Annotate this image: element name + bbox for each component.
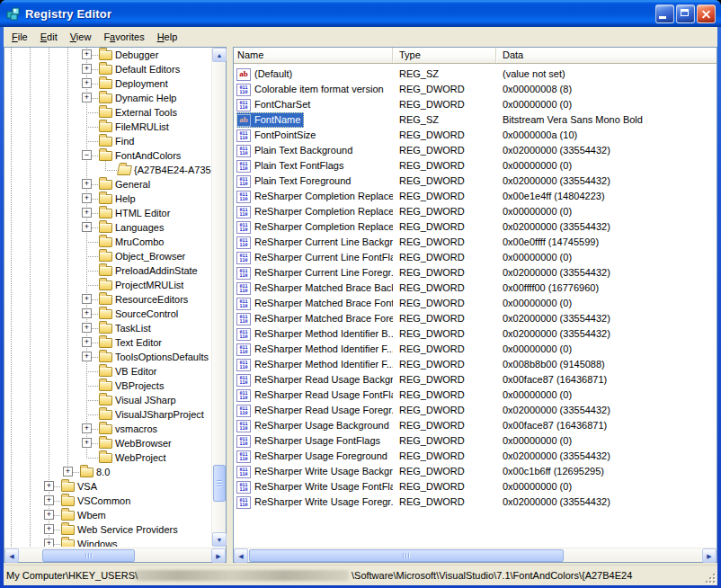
- tree-item-vsa[interactable]: +VSA: [4, 479, 211, 494]
- value-row-plain-text-background[interactable]: Plain Text BackgroundREG_DWORD0x02000000…: [234, 143, 717, 158]
- tree-item-text-editor[interactable]: +Text Editor: [4, 335, 211, 350]
- value-row-colorable-item-format-version[interactable]: Colorable item format versionREG_DWORD0x…: [234, 82, 717, 97]
- tree-item-help[interactable]: +Help: [4, 192, 211, 206]
- value-row-fontname[interactable]: abFontNameREG_SZBitstream Vera Sans Mono…: [234, 112, 717, 128]
- tree-item-preloadaddinstate[interactable]: PreloadAddinState: [4, 263, 211, 278]
- tree-item-tasklist[interactable]: +TaskList: [4, 321, 211, 335]
- value-row-resharper-usage-fontflags[interactable]: ReSharper Usage FontFlagsREG_DWORD0x0000…: [234, 433, 717, 449]
- value-row-resharper-method-identifier-f[interactable]: ReSharper Method Identifier F...REG_DWOR…: [234, 342, 717, 357]
- value-row-resharper-current-line-backgr[interactable]: ReSharper Current Line Backgr...REG_DWOR…: [234, 235, 717, 250]
- expand-toggle-icon[interactable]: +: [44, 481, 54, 491]
- tree-horizontal-scrollbar[interactable]: ◀ ▶: [4, 548, 226, 562]
- value-row-resharper-usage-foreground[interactable]: ReSharper Usage ForegroundREG_DWORD0x020…: [234, 449, 717, 464]
- resize-grip[interactable]: [704, 572, 716, 584]
- expand-toggle-icon[interactable]: +: [82, 352, 92, 361]
- value-row-fontcharset[interactable]: FontCharSetREG_DWORD0x00000000 (0): [234, 97, 717, 112]
- expand-toggle-icon[interactable]: +: [82, 294, 92, 304]
- scroll-left-button[interactable]: ◀: [234, 548, 248, 563]
- value-row-fontpointsize[interactable]: FontPointSizeREG_DWORD0x0000000a (10): [234, 128, 717, 143]
- value-row-resharper-write-usage-backgr[interactable]: ReSharper Write Usage Backgr...REG_DWORD…: [234, 464, 717, 479]
- value-row-resharper-write-usage-foregr[interactable]: ReSharper Write Usage Foregr...REG_DWORD…: [234, 494, 717, 510]
- tree-item-visualjsharpproject[interactable]: VisualJSharpProject: [4, 407, 211, 422]
- tree-item-toolsoptionsdefaults[interactable]: +ToolsOptionsDefaults: [4, 350, 211, 364]
- value-row-resharper-completion-replace[interactable]: ReSharper Completion Replace...REG_DWORD…: [234, 189, 717, 204]
- tree-item-resourceeditors[interactable]: +ResourceEditors: [4, 292, 211, 307]
- expand-toggle-icon[interactable]: +: [82, 323, 92, 333]
- column-header-name[interactable]: Name: [234, 48, 393, 63]
- expand-toggle-icon[interactable]: +: [82, 308, 92, 318]
- tree-item-vscommon[interactable]: +VSCommon: [4, 494, 211, 508]
- tree-item-webproject[interactable]: WebProject: [4, 450, 211, 465]
- value-row-resharper-completion-replace[interactable]: ReSharper Completion Replace...REG_DWORD…: [234, 204, 717, 219]
- scroll-right-button[interactable]: ▶: [702, 548, 717, 563]
- tree-vscroll-thumb[interactable]: [213, 465, 226, 502]
- tree-item-debugger[interactable]: +Debugger: [4, 48, 211, 62]
- value-row-resharper-method-identifier-f[interactable]: ReSharper Method Identifier F...REG_DWOR…: [234, 357, 717, 372]
- value-row-default[interactable]: ab(Default)REG_SZ(value not set): [234, 67, 717, 82]
- scroll-down-button[interactable]: ▼: [212, 532, 227, 547]
- expand-toggle-icon[interactable]: +: [82, 222, 92, 232]
- list-horizontal-scrollbar[interactable]: ◀ ▶: [234, 548, 717, 562]
- tree-item-deployment[interactable]: +Deployment: [4, 76, 211, 91]
- list-hscroll-thumb[interactable]: [249, 549, 564, 562]
- column-header-type[interactable]: Type: [393, 48, 496, 63]
- tree-item-dynamic-help[interactable]: +Dynamic Help: [4, 91, 211, 105]
- tree-vertical-scrollbar[interactable]: ▲ ▼: [211, 48, 226, 547]
- value-row-resharper-completion-replace[interactable]: ReSharper Completion Replace...REG_DWORD…: [234, 219, 717, 235]
- tree-item-windows[interactable]: +Windows: [4, 537, 211, 547]
- titlebar[interactable]: Registry Editor: [0, 0, 721, 27]
- menu-item-edit[interactable]: Edit: [34, 29, 64, 46]
- menu-item-view[interactable]: View: [64, 29, 98, 46]
- column-header-data[interactable]: Data: [496, 48, 717, 63]
- tree-item-html-editor[interactable]: +HTML Editor: [4, 206, 211, 220]
- tree-item-sourcecontrol[interactable]: +SourceControl: [4, 307, 211, 321]
- value-row-resharper-read-usage-fontflags[interactable]: ReSharper Read Usage FontFlagsREG_DWORD0…: [234, 388, 717, 403]
- expand-toggle-icon[interactable]: +: [82, 49, 92, 59]
- tree-item-a27b4e24-a735[interactable]: {A27B4E24-A735-: [4, 163, 211, 177]
- menu-item-favorites[interactable]: Favorites: [97, 29, 150, 46]
- expand-toggle-icon[interactable]: +: [82, 193, 92, 203]
- value-row-resharper-write-usage-fontflags[interactable]: ReSharper Write Usage FontFlagsREG_DWORD…: [234, 479, 717, 494]
- tree-item-visual-jsharp[interactable]: Visual JSharp: [4, 393, 211, 407]
- scroll-right-button[interactable]: ▶: [211, 548, 226, 563]
- tree-item-webbrowser[interactable]: +WebBrowser: [4, 436, 211, 450]
- value-row-plain-text-fontflags[interactable]: Plain Text FontFlagsREG_DWORD0x00000000 …: [234, 158, 717, 174]
- minimize-button[interactable]: [655, 4, 674, 23]
- collapse-toggle-icon[interactable]: −: [82, 150, 92, 160]
- expand-toggle-icon[interactable]: +: [82, 337, 92, 347]
- scroll-up-button[interactable]: ▲: [212, 48, 227, 62]
- maximize-button[interactable]: [676, 4, 695, 23]
- tree-item-8-0[interactable]: +8.0: [4, 465, 211, 479]
- scroll-left-button[interactable]: ◀: [4, 548, 19, 563]
- value-row-resharper-read-usage-backgr[interactable]: ReSharper Read Usage Backgr...REG_DWORD0…: [234, 372, 717, 388]
- expand-toggle-icon[interactable]: +: [63, 467, 73, 477]
- value-row-resharper-current-line-foregr[interactable]: ReSharper Current Line Foregr...REG_DWOR…: [234, 265, 717, 281]
- value-row-resharper-matched-brace-font[interactable]: ReSharper Matched Brace Font...REG_DWORD…: [234, 296, 717, 311]
- value-row-resharper-usage-background[interactable]: ReSharper Usage BackgroundREG_DWORD0x00f…: [234, 418, 717, 433]
- value-row-resharper-matched-brace-back[interactable]: ReSharper Matched Brace Back...REG_DWORD…: [234, 281, 717, 296]
- tree-item-languages[interactable]: +Languages: [4, 220, 211, 235]
- menu-item-help[interactable]: Help: [151, 29, 184, 46]
- tree-item-find[interactable]: Find: [4, 134, 211, 148]
- expand-toggle-icon[interactable]: +: [82, 438, 92, 448]
- tree-item-vb-editor[interactable]: VB Editor: [4, 364, 211, 379]
- tree-item-default-editors[interactable]: +Default Editors: [4, 62, 211, 76]
- tree-item-external-tools[interactable]: External Tools: [4, 105, 211, 120]
- tree-item-projectmrulist[interactable]: ProjectMRUList: [4, 278, 211, 292]
- tree-item-filemrulist[interactable]: FileMRUList: [4, 120, 211, 134]
- value-row-resharper-current-line-fontflags[interactable]: ReSharper Current Line FontFlagsREG_DWOR…: [234, 250, 717, 265]
- tree-item-fontandcolors[interactable]: −FontAndColors: [4, 148, 211, 163]
- expand-toggle-icon[interactable]: +: [82, 179, 92, 189]
- tree-item-vbprojects[interactable]: VBProjects: [4, 379, 211, 393]
- tree-item-mrucombo[interactable]: MruCombo: [4, 235, 211, 249]
- tree-item-general[interactable]: +General: [4, 177, 211, 192]
- expand-toggle-icon[interactable]: +: [44, 495, 54, 505]
- expand-toggle-icon[interactable]: +: [44, 539, 54, 547]
- value-row-resharper-read-usage-foregr[interactable]: ReSharper Read Usage Foregr...REG_DWORD0…: [234, 403, 717, 418]
- tree-item-web-service-providers[interactable]: +Web Service Providers: [4, 522, 211, 537]
- value-row-resharper-matched-brace-fore[interactable]: ReSharper Matched Brace Fore...REG_DWORD…: [234, 311, 717, 326]
- tree-item-wbem[interactable]: +Wbem: [4, 508, 211, 522]
- expand-toggle-icon[interactable]: +: [82, 93, 92, 102]
- expand-toggle-icon[interactable]: +: [82, 78, 92, 88]
- expand-toggle-icon[interactable]: +: [82, 64, 92, 74]
